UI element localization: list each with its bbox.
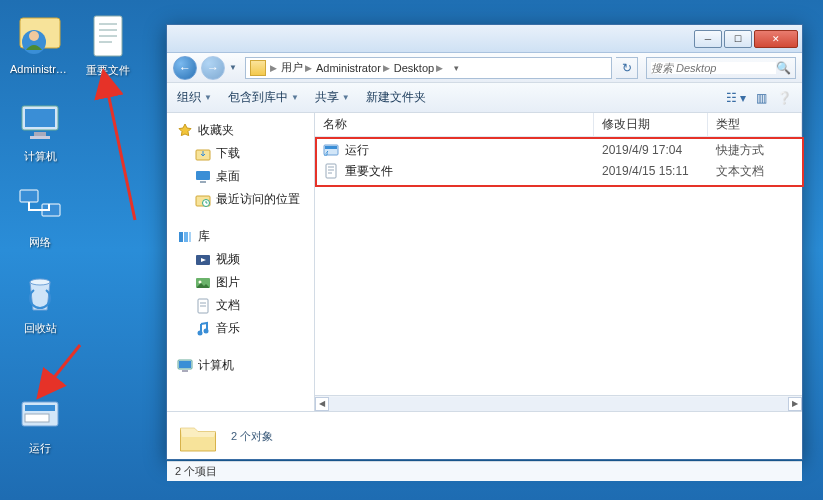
toolbar-newfolder[interactable]: 新建文件夹 bbox=[366, 89, 426, 106]
desktop-icon-computer[interactable]: 计算机 bbox=[10, 98, 70, 164]
col-name[interactable]: 名称 bbox=[315, 113, 594, 136]
svg-rect-22 bbox=[200, 181, 206, 183]
col-date[interactable]: 修改日期 bbox=[594, 113, 708, 136]
search-input[interactable] bbox=[651, 62, 776, 74]
nav-desktop[interactable]: 桌面 bbox=[167, 165, 314, 188]
desktop-icon-label: Administra... bbox=[10, 63, 70, 75]
scroll-track[interactable] bbox=[329, 397, 788, 411]
desktop-icon-label: 计算机 bbox=[10, 149, 70, 164]
search-icon: 🔍 bbox=[776, 61, 791, 75]
svg-point-2 bbox=[29, 31, 39, 41]
address-dropdown[interactable]: ▾ bbox=[447, 63, 465, 73]
address-bar[interactable]: ▶ 用户▶ Administrator▶ Desktop▶ ▾ bbox=[245, 57, 612, 79]
bin-icon bbox=[16, 270, 64, 318]
desktop-icon-network[interactable]: 网络 bbox=[10, 184, 70, 250]
svg-point-30 bbox=[199, 280, 202, 283]
file-list[interactable]: 运行 2019/4/9 17:04 快捷方式 重要文件 2019/4/15 15… bbox=[315, 137, 802, 395]
details-pane: 2 个对象 bbox=[167, 411, 802, 461]
desktop-icon bbox=[195, 169, 211, 185]
file-name: 运行 bbox=[345, 142, 369, 159]
library-icon bbox=[177, 229, 193, 245]
toolbar: 组织▼ 包含到库中▼ 共享▼ 新建文件夹 ☷ ▾ ▥ ❔ bbox=[167, 83, 802, 113]
forward-button[interactable]: → bbox=[201, 56, 225, 80]
search-box[interactable]: 🔍 bbox=[646, 57, 796, 79]
nav-videos[interactable]: 视频 bbox=[167, 248, 314, 271]
file-date: 2019/4/15 15:11 bbox=[594, 164, 708, 178]
desktop-icon-label: 重要文件 bbox=[78, 63, 138, 78]
svg-rect-16 bbox=[25, 405, 55, 411]
picture-icon bbox=[195, 275, 211, 291]
nav-history-dropdown[interactable]: ▼ bbox=[229, 63, 241, 72]
minimize-button[interactable]: ─ bbox=[694, 30, 722, 48]
music-icon bbox=[195, 321, 211, 337]
recent-icon bbox=[195, 192, 211, 208]
nav-music[interactable]: 音乐 bbox=[167, 317, 314, 340]
details-text: 2 个对象 bbox=[231, 429, 273, 444]
scroll-left[interactable]: ◀ bbox=[315, 397, 329, 411]
desktop-icon-label: 回收站 bbox=[10, 321, 70, 336]
status-bar: 2 个项目 bbox=[167, 461, 802, 481]
svg-rect-21 bbox=[196, 171, 210, 180]
back-button[interactable]: ← bbox=[173, 56, 197, 80]
help-button[interactable]: ❔ bbox=[777, 91, 792, 105]
h-scrollbar[interactable]: ◀ ▶ bbox=[315, 395, 802, 411]
download-icon bbox=[195, 146, 211, 162]
titlebar: ─ ☐ ✕ bbox=[167, 25, 802, 53]
svg-line-19 bbox=[40, 345, 80, 395]
breadcrumb-users[interactable]: 用户▶ bbox=[281, 60, 312, 75]
video-icon bbox=[195, 252, 211, 268]
fav-header[interactable]: 收藏夹 bbox=[167, 119, 314, 142]
svg-line-18 bbox=[104, 74, 135, 220]
toolbar-organize[interactable]: 组织▼ bbox=[177, 89, 212, 106]
breadcrumb-sep[interactable]: ▶ bbox=[270, 63, 277, 73]
col-type[interactable]: 类型 bbox=[708, 113, 802, 136]
toolbar-share[interactable]: 共享▼ bbox=[315, 89, 350, 106]
txt-small-icon bbox=[323, 163, 339, 179]
desktop-icon-important-file[interactable]: 重要文件 bbox=[78, 12, 138, 78]
folder-large-icon bbox=[177, 416, 219, 458]
svg-rect-10 bbox=[34, 132, 46, 136]
desktop-icon-run[interactable]: 运行 bbox=[10, 390, 70, 456]
star-icon bbox=[177, 123, 193, 139]
file-type: 快捷方式 bbox=[708, 142, 802, 159]
run-icon bbox=[16, 390, 64, 438]
admin-icon bbox=[16, 12, 64, 60]
desktop-icon-recycle-bin[interactable]: 回收站 bbox=[10, 270, 70, 336]
breadcrumb-desktop[interactable]: Desktop▶ bbox=[394, 62, 443, 74]
nav-recent[interactable]: 最近访问的位置 bbox=[167, 188, 314, 211]
view-button[interactable]: ☷ ▾ bbox=[726, 91, 746, 105]
file-name: 重要文件 bbox=[345, 163, 393, 180]
pc-icon bbox=[16, 98, 64, 146]
svg-rect-17 bbox=[25, 414, 49, 422]
svg-rect-27 bbox=[189, 232, 191, 242]
scroll-right[interactable]: ▶ bbox=[788, 397, 802, 411]
svg-point-35 bbox=[204, 328, 209, 333]
nav-computer[interactable]: 计算机 bbox=[167, 354, 314, 377]
txt-icon bbox=[84, 12, 132, 60]
nav-pictures[interactable]: 图片 bbox=[167, 271, 314, 294]
svg-rect-38 bbox=[182, 370, 188, 372]
nav-docs[interactable]: 文档 bbox=[167, 294, 314, 317]
desktop-icon-administrator[interactable]: Administra... bbox=[10, 12, 70, 75]
svg-rect-9 bbox=[25, 109, 55, 127]
nav-downloads[interactable]: 下载 bbox=[167, 142, 314, 165]
svg-rect-11 bbox=[30, 136, 50, 139]
folder-icon bbox=[250, 60, 266, 76]
close-button[interactable]: ✕ bbox=[754, 30, 798, 48]
lib-header[interactable]: 库 bbox=[167, 225, 314, 248]
file-row[interactable]: 运行 2019/4/9 17:04 快捷方式 bbox=[315, 140, 802, 160]
refresh-button[interactable]: ↻ bbox=[616, 57, 638, 79]
nav-pane: 收藏夹 下载 桌面 最近访问的位置 库 视频 图片 文档 音乐 计算机 bbox=[167, 113, 315, 411]
column-headers: 名称 修改日期 类型 bbox=[315, 113, 802, 137]
doc-icon bbox=[195, 298, 211, 314]
file-row[interactable]: 重要文件 2019/4/15 15:11 文本文档 bbox=[315, 161, 802, 181]
svg-rect-37 bbox=[179, 361, 191, 368]
toolbar-include[interactable]: 包含到库中▼ bbox=[228, 89, 299, 106]
desktop-icon-label: 运行 bbox=[10, 441, 70, 456]
breadcrumb-administrator[interactable]: Administrator▶ bbox=[316, 62, 390, 74]
svg-point-14 bbox=[30, 279, 50, 285]
file-date: 2019/4/9 17:04 bbox=[594, 143, 708, 157]
maximize-button[interactable]: ☐ bbox=[724, 30, 752, 48]
preview-pane-button[interactable]: ▥ bbox=[756, 91, 767, 105]
pc-small-icon bbox=[177, 358, 193, 374]
